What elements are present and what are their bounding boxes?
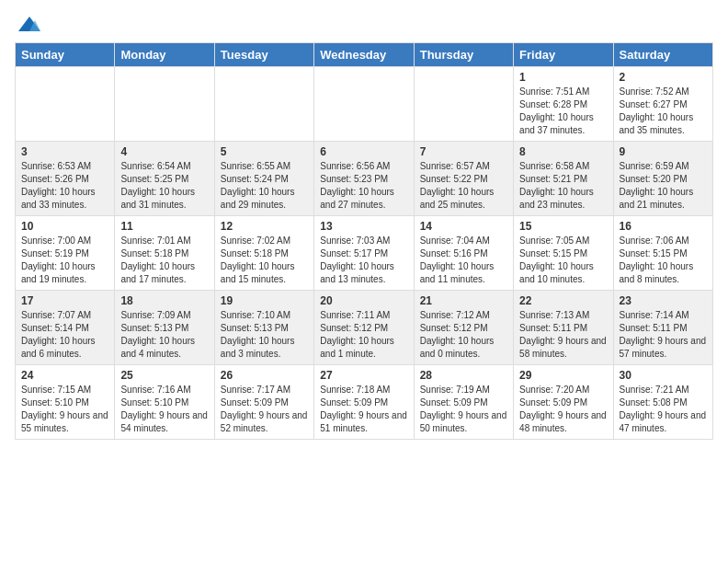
day-number: 25 xyxy=(120,369,208,382)
calendar-cell: 24Sunrise: 7:15 AM Sunset: 5:10 PM Dayli… xyxy=(16,365,115,440)
day-info: Sunrise: 7:11 AM Sunset: 5:12 PM Dayligh… xyxy=(320,309,407,361)
calendar-cell: 21Sunrise: 7:12 AM Sunset: 5:12 PM Dayli… xyxy=(414,291,513,365)
logo xyxy=(15,15,42,35)
calendar-week-row: 24Sunrise: 7:15 AM Sunset: 5:10 PM Dayli… xyxy=(16,365,713,440)
weekday-header: Wednesday xyxy=(314,43,414,67)
day-info: Sunrise: 7:52 AM Sunset: 6:27 PM Dayligh… xyxy=(620,86,707,137)
day-info: Sunrise: 6:59 AM Sunset: 5:20 PM Dayligh… xyxy=(620,160,707,212)
calendar-cell xyxy=(214,67,313,142)
day-info: Sunrise: 6:54 AM Sunset: 5:25 PM Dayligh… xyxy=(120,160,208,212)
weekday-header: Monday xyxy=(115,43,214,67)
day-info: Sunrise: 7:51 AM Sunset: 6:28 PM Dayligh… xyxy=(519,86,607,137)
calendar-week-row: 17Sunrise: 7:07 AM Sunset: 5:14 PM Dayli… xyxy=(16,291,713,365)
day-number: 13 xyxy=(320,220,407,233)
calendar-cell: 2Sunrise: 7:52 AM Sunset: 6:27 PM Daylig… xyxy=(613,67,712,142)
calendar-cell: 14Sunrise: 7:04 AM Sunset: 5:16 PM Dayli… xyxy=(414,216,513,291)
calendar-cell: 28Sunrise: 7:19 AM Sunset: 5:09 PM Dayli… xyxy=(414,365,513,440)
calendar-cell: 22Sunrise: 7:13 AM Sunset: 5:11 PM Dayli… xyxy=(514,291,613,365)
day-number: 1 xyxy=(519,71,607,84)
calendar-cell: 5Sunrise: 6:55 AM Sunset: 5:24 PM Daylig… xyxy=(214,142,313,216)
day-number: 10 xyxy=(21,220,108,233)
calendar-cell: 3Sunrise: 6:53 AM Sunset: 5:26 PM Daylig… xyxy=(16,142,115,216)
day-number: 17 xyxy=(21,294,108,307)
day-number: 23 xyxy=(620,294,707,307)
day-info: Sunrise: 7:16 AM Sunset: 5:10 PM Dayligh… xyxy=(120,384,208,435)
weekday-header: Thursday xyxy=(414,43,513,67)
day-number: 14 xyxy=(420,220,507,233)
calendar-week-row: 1Sunrise: 7:51 AM Sunset: 6:28 PM Daylig… xyxy=(16,67,713,142)
page-header xyxy=(15,15,713,35)
day-number: 3 xyxy=(21,145,108,158)
calendar-cell: 17Sunrise: 7:07 AM Sunset: 5:14 PM Dayli… xyxy=(16,291,115,365)
calendar-cell xyxy=(115,67,214,142)
calendar-cell: 29Sunrise: 7:20 AM Sunset: 5:09 PM Dayli… xyxy=(514,365,613,440)
day-info: Sunrise: 7:06 AM Sunset: 5:15 PM Dayligh… xyxy=(620,235,707,286)
weekday-header: Tuesday xyxy=(214,43,313,67)
day-info: Sunrise: 7:12 AM Sunset: 5:12 PM Dayligh… xyxy=(420,309,507,361)
calendar-cell: 15Sunrise: 7:05 AM Sunset: 5:15 PM Dayli… xyxy=(514,216,613,291)
day-info: Sunrise: 7:04 AM Sunset: 5:16 PM Dayligh… xyxy=(420,235,507,286)
day-info: Sunrise: 7:17 AM Sunset: 5:09 PM Dayligh… xyxy=(221,384,308,435)
logo-icon xyxy=(17,15,42,35)
calendar-cell: 30Sunrise: 7:21 AM Sunset: 5:08 PM Dayli… xyxy=(613,365,712,440)
day-number: 26 xyxy=(221,369,308,382)
calendar-cell: 12Sunrise: 7:02 AM Sunset: 5:18 PM Dayli… xyxy=(214,216,313,291)
day-number: 16 xyxy=(620,220,707,233)
calendar-cell: 13Sunrise: 7:03 AM Sunset: 5:17 PM Dayli… xyxy=(314,216,414,291)
calendar-cell: 10Sunrise: 7:00 AM Sunset: 5:19 PM Dayli… xyxy=(16,216,115,291)
day-number: 7 xyxy=(420,145,507,158)
weekday-header: Sunday xyxy=(16,43,115,67)
calendar-cell: 11Sunrise: 7:01 AM Sunset: 5:18 PM Dayli… xyxy=(115,216,214,291)
calendar-cell: 26Sunrise: 7:17 AM Sunset: 5:09 PM Dayli… xyxy=(214,365,313,440)
calendar-cell: 16Sunrise: 7:06 AM Sunset: 5:15 PM Dayli… xyxy=(613,216,712,291)
day-number: 4 xyxy=(120,145,208,158)
weekday-header: Friday xyxy=(514,43,613,67)
day-number: 20 xyxy=(320,294,407,307)
day-info: Sunrise: 7:18 AM Sunset: 5:09 PM Dayligh… xyxy=(320,384,407,435)
day-number: 28 xyxy=(420,369,507,382)
calendar-cell: 23Sunrise: 7:14 AM Sunset: 5:11 PM Dayli… xyxy=(613,291,712,365)
day-info: Sunrise: 6:58 AM Sunset: 5:21 PM Dayligh… xyxy=(519,160,607,212)
day-info: Sunrise: 6:57 AM Sunset: 5:22 PM Dayligh… xyxy=(420,160,507,212)
day-info: Sunrise: 7:19 AM Sunset: 5:09 PM Dayligh… xyxy=(420,384,507,435)
calendar-cell: 9Sunrise: 6:59 AM Sunset: 5:20 PM Daylig… xyxy=(613,142,712,216)
day-number: 6 xyxy=(320,145,407,158)
calendar-cell: 4Sunrise: 6:54 AM Sunset: 5:25 PM Daylig… xyxy=(115,142,214,216)
day-info: Sunrise: 6:55 AM Sunset: 5:24 PM Dayligh… xyxy=(221,160,308,212)
day-info: Sunrise: 6:53 AM Sunset: 5:26 PM Dayligh… xyxy=(21,160,108,212)
day-info: Sunrise: 7:13 AM Sunset: 5:11 PM Dayligh… xyxy=(519,309,607,361)
day-info: Sunrise: 6:56 AM Sunset: 5:23 PM Dayligh… xyxy=(320,160,407,212)
calendar-cell: 19Sunrise: 7:10 AM Sunset: 5:13 PM Dayli… xyxy=(214,291,313,365)
day-number: 24 xyxy=(21,369,108,382)
calendar-week-row: 10Sunrise: 7:00 AM Sunset: 5:19 PM Dayli… xyxy=(16,216,713,291)
day-info: Sunrise: 7:05 AM Sunset: 5:15 PM Dayligh… xyxy=(519,235,607,286)
day-info: Sunrise: 7:09 AM Sunset: 5:13 PM Dayligh… xyxy=(120,309,208,361)
day-info: Sunrise: 7:02 AM Sunset: 5:18 PM Dayligh… xyxy=(221,235,308,286)
day-info: Sunrise: 7:14 AM Sunset: 5:11 PM Dayligh… xyxy=(620,309,707,361)
day-number: 19 xyxy=(221,294,308,307)
calendar-cell: 7Sunrise: 6:57 AM Sunset: 5:22 PM Daylig… xyxy=(414,142,513,216)
calendar-cell: 1Sunrise: 7:51 AM Sunset: 6:28 PM Daylig… xyxy=(514,67,613,142)
calendar-cell xyxy=(314,67,414,142)
day-info: Sunrise: 7:00 AM Sunset: 5:19 PM Dayligh… xyxy=(21,235,108,286)
calendar-cell xyxy=(16,67,115,142)
weekday-header: Saturday xyxy=(613,43,712,67)
day-info: Sunrise: 7:15 AM Sunset: 5:10 PM Dayligh… xyxy=(21,384,108,435)
day-number: 8 xyxy=(519,145,607,158)
day-number: 22 xyxy=(519,294,607,307)
calendar-cell: 18Sunrise: 7:09 AM Sunset: 5:13 PM Dayli… xyxy=(115,291,214,365)
calendar-cell: 6Sunrise: 6:56 AM Sunset: 5:23 PM Daylig… xyxy=(314,142,414,216)
day-info: Sunrise: 7:01 AM Sunset: 5:18 PM Dayligh… xyxy=(120,235,208,286)
day-number: 11 xyxy=(120,220,208,233)
day-info: Sunrise: 7:03 AM Sunset: 5:17 PM Dayligh… xyxy=(320,235,407,286)
calendar-week-row: 3Sunrise: 6:53 AM Sunset: 5:26 PM Daylig… xyxy=(16,142,713,216)
calendar-cell: 25Sunrise: 7:16 AM Sunset: 5:10 PM Dayli… xyxy=(115,365,214,440)
day-info: Sunrise: 7:10 AM Sunset: 5:13 PM Dayligh… xyxy=(221,309,308,361)
calendar-cell: 27Sunrise: 7:18 AM Sunset: 5:09 PM Dayli… xyxy=(314,365,414,440)
calendar: SundayMondayTuesdayWednesdayThursdayFrid… xyxy=(15,42,713,440)
calendar-cell xyxy=(414,67,513,142)
day-number: 9 xyxy=(620,145,707,158)
day-info: Sunrise: 7:21 AM Sunset: 5:08 PM Dayligh… xyxy=(620,384,707,435)
calendar-cell: 20Sunrise: 7:11 AM Sunset: 5:12 PM Dayli… xyxy=(314,291,414,365)
day-number: 30 xyxy=(620,369,707,382)
